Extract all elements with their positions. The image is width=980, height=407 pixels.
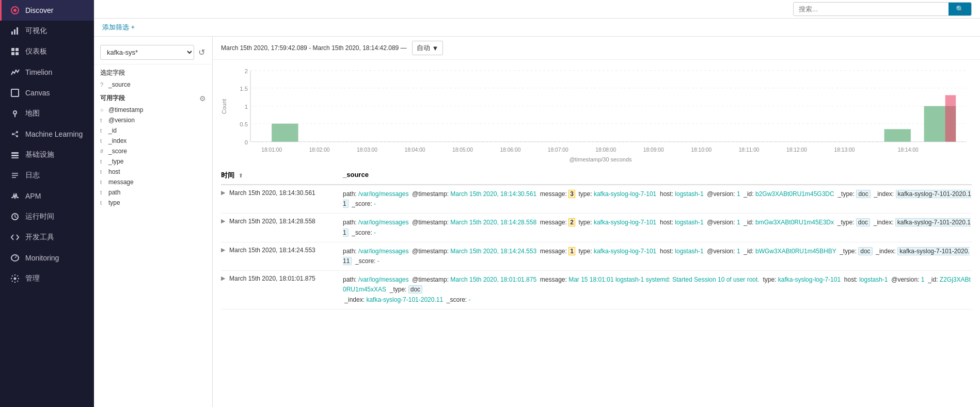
field-item-timestamp[interactable]: ○ @timestamp: [94, 105, 212, 115]
field-name: _index: [108, 137, 127, 144]
chart-area: Count 0 0.5 1 1.5 2: [213, 60, 980, 167]
row-expander[interactable]: ▶: [221, 189, 225, 196]
row-time: ▶ March 15th 2020, 18:14:28.558: [221, 218, 335, 225]
field-item-index[interactable]: t _index: [94, 136, 212, 146]
sidebar-item-maps[interactable]: 地图: [0, 103, 94, 124]
svg-rect-5: [11, 48, 14, 51]
field-type: ?: [100, 82, 105, 88]
visualize-icon: [10, 26, 20, 36]
add-filter-button[interactable]: 添加筛选 +: [102, 23, 135, 32]
field-type: ○: [100, 107, 105, 113]
svg-rect-9: [11, 89, 19, 96]
available-fields-title: 可用字段: [100, 94, 125, 103]
maps-icon: [10, 108, 20, 119]
sidebar-item-infra[interactable]: 基础设施: [0, 144, 94, 165]
field-name: @timestamp: [108, 106, 144, 113]
auto-select-dropdown[interactable]: 自动 ▼: [412, 41, 444, 55]
row-source: path: /var/log/messages @timestamp: Marc…: [343, 218, 972, 237]
svg-text:1.5: 1.5: [240, 86, 248, 92]
field-item-message[interactable]: t message: [94, 177, 212, 187]
infra-icon: [10, 150, 20, 160]
sidebar-item-uptime[interactable]: 运行时间: [0, 206, 94, 227]
search-input[interactable]: [794, 3, 949, 15]
row-expander[interactable]: ▶: [221, 218, 225, 224]
content-area: kafka-sys* ↺ 选定字段 ? _source 可用字段 ⚙ ○ @ti…: [94, 37, 980, 407]
field-item-host[interactable]: t host: [94, 167, 212, 177]
field-item-type[interactable]: t type: [94, 198, 212, 208]
field-type: #: [100, 148, 105, 154]
field-type: t: [100, 179, 105, 185]
svg-text:18:06:00: 18:06:00: [500, 147, 520, 153]
field-item-path[interactable]: t path: [94, 187, 212, 198]
sidebar-item-apm[interactable]: APM: [0, 186, 94, 206]
table-row: ▶ March 15th 2020, 18:14:28.558 path: /v…: [221, 214, 972, 242]
sidebar-item-label: 日志: [25, 171, 40, 180]
svg-point-23: [14, 278, 17, 280]
timestamp-value: March 15th 2020, 18:14:24.553: [229, 247, 315, 254]
row-source: path: /var/log/messages @timestamp: Marc…: [343, 275, 972, 305]
time-range-text: March 15th 2020, 17:59:42.089 - March 15…: [221, 44, 407, 52]
field-type: t: [100, 138, 105, 144]
timestamp-value: March 15th 2020, 18:14:30.561: [229, 189, 315, 197]
sidebar-item-label: 开发工具: [25, 233, 54, 242]
sidebar-item-dashboard[interactable]: 仪表板: [0, 41, 94, 62]
canvas-icon: [10, 88, 20, 98]
sidebar-item-canvas[interactable]: Canvas: [0, 83, 94, 103]
index-selector: kafka-sys* ↺: [94, 41, 212, 64]
sidebar-item-timelion[interactable]: Timelion: [0, 62, 94, 83]
gear-icon[interactable]: ⚙: [199, 94, 206, 103]
field-type: t: [100, 200, 105, 206]
field-item-id[interactable]: t _id: [94, 125, 212, 136]
y-axis-label: Count: [221, 70, 227, 142]
devtools-icon: [10, 232, 20, 242]
table-row: ▶ March 15th 2020, 18:14:24.553 path: /v…: [221, 242, 972, 271]
svg-point-10: [13, 111, 17, 114]
svg-rect-3: [14, 29, 15, 35]
field-name: type: [108, 199, 120, 206]
timestamp-value: March 15th 2020, 18:01:01.875: [229, 275, 315, 282]
sidebar-item-logs[interactable]: 日志: [0, 165, 94, 186]
field-name: path: [108, 189, 120, 196]
chevron-down-icon: ▼: [432, 44, 439, 52]
row-expander[interactable]: ▶: [221, 247, 225, 253]
logs-icon: [10, 170, 20, 181]
sidebar-item-management[interactable]: 管理: [0, 268, 94, 289]
sidebar-item-label: Canvas: [25, 89, 50, 97]
sidebar-item-monitoring[interactable]: Monitoring: [0, 248, 94, 268]
field-name: host: [108, 168, 120, 175]
field-type: t: [100, 169, 105, 175]
search-button[interactable]: 🔍: [949, 3, 971, 15]
svg-rect-4: [17, 27, 18, 35]
timelion-icon: [10, 67, 20, 77]
main-content: 🔍 添加筛选 + kafka-sys* ↺ 选定字段 ? _source: [94, 0, 980, 407]
sidebar-item-visualize[interactable]: 可视化: [0, 21, 94, 41]
sort-icon[interactable]: ⬆: [239, 173, 243, 178]
field-item-type-meta[interactable]: t _type: [94, 156, 212, 167]
left-panel: kafka-sys* ↺ 选定字段 ? _source 可用字段 ⚙ ○ @ti…: [94, 37, 213, 407]
sidebar-item-label: 运行时间: [25, 212, 54, 221]
field-item-score[interactable]: # _score: [94, 146, 212, 156]
auto-label: 自动: [417, 43, 430, 53]
row-time: ▶ March 15th 2020, 18:14:30.561: [221, 189, 335, 197]
field-item-version[interactable]: t @version: [94, 115, 212, 125]
field-name: _id: [108, 127, 117, 134]
field-name: @version: [108, 117, 135, 124]
field-item-source[interactable]: ? _source: [94, 79, 212, 90]
field-type: t: [100, 158, 105, 165]
sidebar-item-ml[interactable]: Machine Learning: [0, 124, 94, 144]
topbar: 🔍: [94, 0, 980, 19]
sidebar-item-devtools[interactable]: 开发工具: [0, 227, 94, 248]
svg-point-12: [16, 131, 18, 133]
field-name: message: [108, 178, 134, 186]
management-icon: [10, 273, 20, 284]
row-time: ▶ March 15th 2020, 18:14:24.553: [221, 247, 335, 254]
row-expander[interactable]: ▶: [221, 275, 225, 282]
index-pattern-select[interactable]: kafka-sys*: [100, 45, 194, 60]
sidebar-item-discover[interactable]: Discover: [0, 0, 94, 21]
x-axis-label: @timestamp/30 seconds: [229, 154, 972, 167]
sidebar-item-label: 可视化: [25, 26, 47, 36]
refresh-button[interactable]: ↺: [197, 46, 206, 58]
bar-1813: [884, 129, 911, 141]
svg-text:18:07:00: 18:07:00: [548, 147, 568, 153]
svg-text:18:10:00: 18:10:00: [691, 147, 712, 153]
